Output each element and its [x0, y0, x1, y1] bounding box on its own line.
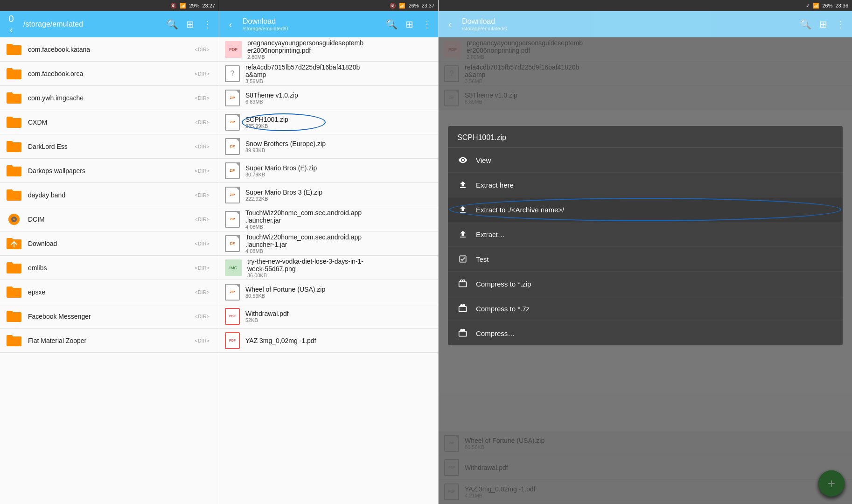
folder-icon [6, 65, 22, 82]
file-info: YAZ 3mg_0,02mg -1.pdf [245, 337, 433, 344]
panel-download: 🔇 📶 26% 23:37 ‹ Download /storage/emulat… [219, 0, 439, 504]
status-bar-1: 🔇 📶 29% 23:27 [0, 0, 219, 11]
file-size: 30.79KB [245, 172, 433, 177]
compress-7z-label: Compress to *.7z [476, 305, 530, 313]
dir-label: <DIR> [195, 144, 210, 149]
context-menu-extract-dots[interactable]: Extract… [448, 222, 843, 247]
unknown-file-icon: ? [225, 65, 240, 82]
list-item[interactable]: ZIP TouchWiz20home_com.sec.android.app.l… [219, 207, 438, 231]
list-item[interactable]: ZIP S8Theme v1.0.zip 6.89MB [219, 86, 438, 110]
list-item[interactable]: Download <DIR> [0, 231, 219, 256]
panel-context: ✓ 📶 26% 23:36 ‹ Download /storage/emulat… [439, 0, 852, 504]
list-item[interactable]: ZIP Super Mario Bros (E).zip 30.79KB [219, 159, 438, 183]
file-info: Download [28, 240, 195, 247]
file-info: pregnancyayoungpersonsguideseptember2006… [247, 39, 433, 60]
list-item[interactable]: PDF YAZ 3mg_0,02mg -1.pdf [219, 329, 438, 353]
file-name: try-the-new-vodka-diet-lose-3-days-in-1-… [247, 258, 433, 273]
compress-dots-label: Compress… [476, 329, 515, 337]
list-item[interactable]: epsxe <DIR> [0, 280, 219, 304]
zip-file-icon: ZIP [225, 284, 240, 301]
file-size: 89.93KB [245, 147, 433, 153]
context-menu-test[interactable]: Test [448, 247, 843, 272]
list-item[interactable]: ZIP Snow Brothers (Europe).zip 89.93KB [219, 134, 438, 159]
context-menu-compress-dots[interactable]: Compress… [448, 321, 843, 345]
status-time-3: 23:36 [835, 3, 848, 8]
list-item[interactable]: PDF Withdrawal.pdf 52KB [219, 304, 438, 329]
back-button-1[interactable]: 0 ‹ [4, 17, 19, 32]
file-list-2: PDF pregnancyayoungpersonsguideseptember… [219, 37, 438, 504]
folder-icon [6, 138, 22, 155]
search-button-3[interactable]: 🔍 [798, 17, 813, 32]
list-item[interactable]: com.facebook.orca <DIR> [0, 62, 219, 86]
status-bar-2: 🔇 📶 26% 23:37 [219, 0, 438, 11]
list-item[interactable]: ZIP Wheel of Fortune (USA).zip 80.56KB [219, 280, 438, 304]
status-time-1: 23:27 [202, 3, 215, 8]
back-button-2[interactable]: ‹ [223, 17, 238, 32]
file-info: Withdrawal.pdf 52KB [245, 310, 433, 323]
path-label-1: /storage/emulated [23, 20, 162, 28]
grid-button-2[interactable]: ⊞ [402, 17, 417, 32]
context-menu-extract-here[interactable]: Extract here [448, 173, 843, 197]
file-name: Super Mario Bros (E).zip [245, 164, 433, 172]
folder-title-2: Download [243, 17, 381, 26]
list-item[interactable]: ZIP Super Mario Bros 3 (E).zip 222.92KB [219, 183, 438, 207]
file-size: 4.08MB [245, 248, 433, 254]
back-button-3[interactable]: ‹ [442, 17, 457, 32]
list-item[interactable]: com.ywh.imgcache <DIR> [0, 86, 219, 110]
search-button-2[interactable]: 🔍 [384, 17, 399, 32]
file-name: Facebook Messenger [28, 313, 195, 320]
compress-dots-icon [457, 328, 468, 339]
list-item[interactable]: Flat Material Zooper <DIR> [0, 329, 219, 353]
context-menu-view[interactable]: View [448, 148, 843, 173]
scph-zip-item[interactable]: ZIP SCPH1001.zip 235.99KB [219, 110, 438, 134]
list-item[interactable]: Facebook Messenger <DIR> [0, 304, 219, 329]
file-name: Wheel of Fortune (USA).zip [245, 286, 433, 293]
view-icon [457, 154, 468, 166]
context-menu-compress-7z[interactable]: Compress to *.7z [448, 296, 843, 321]
list-item[interactable]: ZIP TouchWiz20home_com.sec.android.app.l… [219, 231, 438, 256]
compress-7z-icon [457, 303, 468, 314]
list-item[interactable]: DarkLord Ess <DIR> [0, 134, 219, 159]
dir-label: <DIR> [195, 265, 210, 271]
file-name: YAZ 3mg_0,02mg -1.pdf [245, 337, 433, 344]
list-item[interactable]: emlibs <DIR> [0, 256, 219, 280]
extract-dots-icon [457, 229, 468, 240]
status-bar-3: ✓ 📶 26% 23:36 [439, 0, 852, 11]
list-item[interactable]: Darkops wallpapers <DIR> [0, 159, 219, 183]
file-name: TouchWiz20home_com.sec.android.app.launc… [245, 209, 433, 224]
file-size: 6.89MB [245, 99, 433, 105]
context-menu-compress-zip[interactable]: Compress to *.zip [448, 272, 843, 296]
path-sub-2: /storage/emulated/0 [243, 26, 381, 31]
list-item[interactable]: IMG try-the-new-vodka-diet-lose-3-days-i… [219, 256, 438, 280]
more-button-2[interactable]: ⋮ [419, 17, 434, 32]
list-item[interactable]: CXDM <DIR> [0, 110, 219, 134]
search-button-1[interactable]: 🔍 [165, 17, 180, 32]
folder-icon [6, 187, 22, 203]
context-menu-extract-to[interactable]: Extract to ./<Archive name>/ [448, 197, 843, 222]
folder-icon [6, 211, 22, 228]
folder-icon [6, 332, 22, 349]
list-item[interactable]: dayday band <DIR> [0, 183, 219, 207]
file-info: Facebook Messenger [28, 313, 195, 320]
list-item[interactable]: DCIM <DIR> [0, 207, 219, 231]
pdf-thumb-icon: PDF [225, 41, 242, 58]
list-item[interactable]: PDF pregnancyayoungpersonsguideseptember… [219, 37, 438, 62]
grid-button-3[interactable]: ⊞ [816, 17, 831, 32]
list-item[interactable]: ? refa4cdb7015fb57d225d9f16baf41820ba&am… [219, 62, 438, 86]
dir-label: <DIR> [195, 217, 210, 222]
grid-button-1[interactable]: ⊞ [182, 17, 197, 32]
zip-file-icon: ZIP [225, 187, 240, 203]
file-name: com.facebook.orca [28, 70, 195, 77]
more-button-3[interactable]: ⋮ [833, 17, 848, 32]
status-time-2: 23:37 [421, 3, 434, 8]
file-name: Download [28, 240, 195, 247]
compress-zip-icon [457, 278, 468, 289]
top-bar-title-1: /storage/emulated [21, 20, 162, 28]
zip-file-icon: ZIP [225, 162, 240, 179]
file-name: emlibs [28, 264, 195, 272]
top-bar-title-3: Download /storage/emulated/0 [460, 17, 795, 31]
list-item[interactable]: com.facebook.katana <DIR> [0, 37, 219, 62]
file-name: dayday band [28, 191, 195, 199]
file-info: com.facebook.katana [28, 46, 195, 53]
more-button-1[interactable]: ⋮ [200, 17, 215, 32]
